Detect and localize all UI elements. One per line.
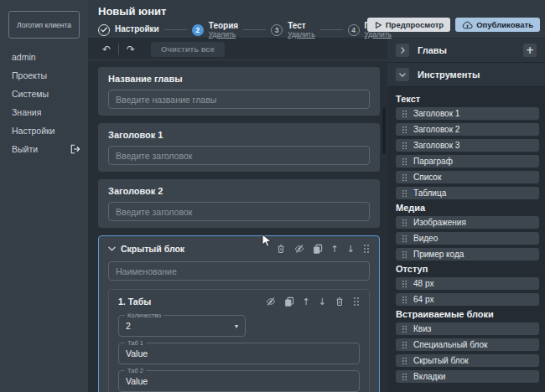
drag-handle-icon [402,173,407,182]
tabs-count-value: 2 [126,321,131,331]
drag-handle-icon [402,357,407,365]
hidden-block-name-input[interactable] [108,261,370,281]
step-connector [320,29,343,30]
collapse-chevron-icon[interactable] [108,246,116,251]
clear-all-button[interactable]: Очистить все [151,42,225,57]
duplicate-icon[interactable] [284,297,294,307]
editor-canvas: Название главы Заголовок 1 Заголовок 2 [88,60,387,392]
chapters-panel-header[interactable]: Главы + [387,39,545,63]
move-down-icon[interactable]: ↓ [347,245,355,254]
tool-item-48px[interactable]: 48 px [396,277,539,290]
drag-handle-icon [402,126,407,134]
tool-item-heading2[interactable]: Заголовок 2 [396,123,539,136]
drag-handle-icon[interactable] [363,244,370,254]
section-title-text: Текст [396,94,539,104]
step-test[interactable]: 3 Тест Удалить [271,22,314,38]
tool-item-code-sample[interactable]: Пример кода [396,248,539,260]
right-sidebar: Главы + Инструменты Текст Заголовок 1 [387,39,545,392]
tool-item-list[interactable]: Список [396,171,539,183]
sidebar-item-admin[interactable]: admin [0,51,88,62]
tool-item-hidden-block[interactable]: Скрытый блок [396,354,539,367]
tool-item-heading1[interactable]: Заголовок 1 [396,107,539,120]
step-number: 2 [192,24,204,36]
tabs-block-title: 1. Табы [118,297,151,307]
move-up-icon[interactable]: ↑ [331,245,339,254]
move-up-icon[interactable]: ↑ [303,297,310,307]
tool-item-label: Заголовок 3 [413,141,459,150]
hidden-block-card[interactable]: Скрытый блок ↑ ↓ [98,235,380,392]
editor-column: ↶ ↷ Очистить все Название главы Заголово… [88,39,387,392]
section-title-spacing: Отступ [396,264,539,274]
section-title-embedded: Встраиваемые блоки [396,309,539,319]
sidebar-item-knowledge[interactable]: Знания [0,106,88,117]
drag-handle-icon [402,235,407,243]
tabs-block-actions: ↑ ↓ [266,297,360,307]
collapse-tools-button[interactable] [396,68,409,81]
heading2-input[interactable] [108,202,370,221]
page-header: Новый юнит Настройки 2 Теория Удалить [88,0,545,39]
expand-chapters-button[interactable] [396,44,409,57]
tool-item-64px[interactable]: 64 px [396,293,539,306]
undo-button[interactable]: ↶ [98,44,115,54]
tool-item-label: Изображения [413,218,466,227]
tool-item-quiz[interactable]: Квиз [396,322,539,335]
sidebar-item-systems[interactable]: Системы [0,88,88,99]
step-number: 3 [271,24,283,36]
play-icon [374,21,382,29]
heading1-input[interactable] [108,146,370,165]
chapter-title-input[interactable] [108,90,370,109]
step-label: Тест [288,22,314,31]
step-theory[interactable]: 2 Теория Удалить [192,22,238,38]
editor-toolbar: ↶ ↷ Очистить все [88,39,387,60]
drag-handle-icon[interactable] [353,297,360,307]
chevron-down-icon [399,73,406,77]
delete-icon[interactable] [335,297,345,307]
section-title-media: Медиа [396,203,539,213]
add-chapter-button[interactable]: + [523,44,537,57]
tools-panel-title: Инструменты [418,70,480,80]
tool-item-label: Специальный блок [413,340,487,349]
client-logo-label: Логотип клиента [17,21,71,29]
tool-item-video[interactable]: Видео [396,232,539,245]
tool-item-special-block[interactable]: Специальный блок [396,338,539,351]
step-delete-link[interactable]: Удалить [209,31,238,39]
app-root: Логотип клиента admin Проекты Системы Зн… [0,0,545,392]
move-down-icon[interactable]: ↓ [319,297,326,307]
delete-icon[interactable] [276,244,286,254]
tool-item-label: Таблица [413,188,446,198]
duplicate-icon[interactable] [313,244,323,254]
sidebar-item-label: Знания [12,107,41,117]
tool-item-heading3[interactable]: Заголовок 3 [396,139,539,152]
sidebar-item-label: Выйти [12,144,38,154]
drag-handle-icon [402,157,407,166]
hide-eye-off-icon[interactable] [294,244,304,254]
chapter-title-label: Название главы [108,74,370,84]
redo-button[interactable]: ↷ [122,44,139,54]
hide-eye-off-icon[interactable] [266,297,276,307]
tool-item-images[interactable]: Изображения [396,216,539,229]
chevron-down-icon: ▾ [235,322,238,330]
tool-item-label: Скрытый блок [413,356,469,365]
tab2-input[interactable] [126,376,352,386]
tools-panel-header[interactable]: Инструменты [387,63,545,87]
tool-item-paragraph[interactable]: Параграф [396,155,539,168]
sidebar-item-settings[interactable]: Настройки [0,125,88,136]
heading1-card: Заголовок 1 [98,123,380,172]
tab1-input[interactable] [126,348,352,358]
tabs-block-header: 1. Табы ↑ ↓ [118,295,360,308]
preview-button[interactable]: Предпросмотр [367,18,450,32]
right-region: Новый юнит Настройки 2 Теория Удалить [88,0,545,392]
vertical-scrollbar[interactable] [382,107,386,154]
sidebar-item-projects[interactable]: Проекты [0,70,88,80]
publish-button[interactable]: Опубликовать [455,18,540,32]
tool-item-tabs[interactable]: Вкладки [396,370,539,383]
step-settings[interactable]: Настройки [98,24,159,36]
tool-item-label: 48 px [413,279,433,288]
chevron-right-icon [401,47,405,54]
toolbar-divider [118,44,119,55]
step-delete-link[interactable]: Удалить [288,31,314,39]
tabs-count-select[interactable]: Количество 2 ▾ [118,315,246,337]
drag-handle-icon [402,142,407,150]
sidebar-item-logout[interactable]: Выйти [0,143,88,154]
tool-item-table[interactable]: Таблица [396,187,539,199]
